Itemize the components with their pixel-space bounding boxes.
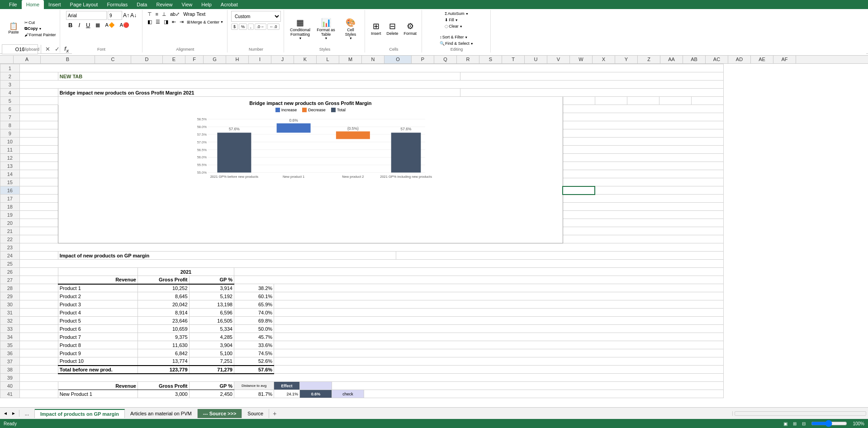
row-num-9[interactable]: 9: [0, 129, 20, 138]
cell-c32[interactable]: 23,646: [138, 317, 189, 325]
increase-indent-button[interactable]: ⇥: [178, 19, 185, 25]
copy-button[interactable]: ⧉ Copy ▼: [24, 26, 57, 32]
row-num-41[interactable]: 41: [0, 390, 20, 398]
cell-d31[interactable]: 6,596: [189, 309, 234, 317]
row-num-19[interactable]: 19: [0, 211, 20, 219]
cell-c28[interactable]: 10,252: [138, 284, 189, 292]
decrease-decimal-button[interactable]: .0→: [255, 24, 267, 30]
sort-filter-button[interactable]: ↕ Sort & Filter ▼: [439, 34, 469, 40]
sheet-tab-arrow[interactable]: --- Source >>>: [198, 409, 242, 418]
orientation-button[interactable]: ab⤢: [169, 11, 181, 18]
cell-c36[interactable]: 6,842: [138, 349, 189, 357]
cell-d32[interactable]: 16,505: [189, 317, 234, 325]
align-top-button[interactable]: ⊤: [146, 11, 153, 18]
accounting-format-button[interactable]: $: [231, 24, 238, 30]
cell-e34[interactable]: 45.7%: [234, 333, 274, 341]
align-bottom-button[interactable]: ⊥: [161, 11, 168, 18]
view-layout-button[interactable]: ⊞: [793, 421, 797, 426]
cell-b30[interactable]: Product 3: [58, 300, 138, 309]
increase-font-button[interactable]: A↑: [123, 12, 129, 19]
col-header-k[interactable]: K: [294, 56, 317, 63]
align-center-button[interactable]: ☰: [154, 19, 161, 25]
cell-b38[interactable]: Total before new prod.: [58, 366, 138, 374]
cell-d35[interactable]: 3,904: [189, 341, 234, 349]
col-header-l[interactable]: L: [317, 56, 339, 63]
italic-button[interactable]: I: [76, 21, 82, 29]
active-cell-o16[interactable]: [563, 186, 595, 195]
tab-view[interactable]: View: [177, 0, 197, 9]
tab-home[interactable]: Home: [22, 0, 44, 9]
cell-b37[interactable]: Product 10: [58, 357, 138, 366]
col-header-j[interactable]: J: [271, 56, 294, 63]
underline-button[interactable]: U: [84, 21, 92, 29]
bold-button[interactable]: B: [66, 21, 75, 29]
tab-acrobat[interactable]: Acrobat: [216, 0, 242, 9]
row-num-11[interactable]: 11: [0, 146, 20, 154]
col-header-t[interactable]: T: [502, 56, 525, 63]
row-num-36[interactable]: 36: [0, 349, 20, 357]
col-header-r[interactable]: R: [457, 56, 479, 63]
cell-b28[interactable]: Product 1: [58, 284, 138, 292]
row-num-22[interactable]: 22: [0, 235, 20, 243]
col-header-e[interactable]: E: [163, 56, 185, 63]
cell-b29[interactable]: Product 2: [58, 292, 138, 300]
cell-e31[interactable]: 74.0%: [234, 309, 274, 317]
cell-c31[interactable]: 8,914: [138, 309, 189, 317]
row-num-29[interactable]: 29: [0, 292, 20, 300]
row-num-3[interactable]: 3: [0, 81, 20, 89]
col-header-ab[interactable]: AB: [683, 56, 706, 63]
cell-d37[interactable]: 7,251: [189, 357, 234, 366]
cell-e28[interactable]: 38.2%: [234, 284, 274, 292]
cell-b32[interactable]: Product 5: [58, 317, 138, 325]
cell-e37[interactable]: 52.6%: [234, 357, 274, 366]
cell-b31[interactable]: Product 4: [58, 309, 138, 317]
format-as-table-button[interactable]: 📊 Format as Table ▼: [313, 16, 338, 41]
row-num-4[interactable]: 4: [0, 89, 20, 97]
row-num-18[interactable]: 18: [0, 203, 20, 211]
cell-b2[interactable]: NEW TAB: [58, 72, 460, 81]
insert-button[interactable]: ⊞ Insert: [369, 17, 384, 40]
row-num-6[interactable]: 6: [0, 105, 20, 113]
cell-e36[interactable]: 74.5%: [234, 349, 274, 357]
cell-a1[interactable]: [19, 64, 723, 72]
find-select-button[interactable]: 🔍 Find & Select ▼: [439, 41, 474, 46]
format-painter-button[interactable]: 🖌 Format Painter: [24, 32, 57, 38]
cell-d41[interactable]: 2,450: [189, 390, 234, 398]
col-header-ae[interactable]: AE: [751, 56, 773, 63]
cell-c35[interactable]: 11,630: [138, 341, 189, 349]
prev-sheet-button[interactable]: ◄: [2, 410, 9, 417]
col-header-aa[interactable]: AA: [660, 56, 683, 63]
row-num-27[interactable]: 27: [0, 276, 20, 284]
delete-button[interactable]: ⊟ Delete: [384, 17, 401, 40]
row-num-34[interactable]: 34: [0, 333, 20, 341]
chart-cell[interactable]: Bridge impact new products on Gross Prof…: [58, 97, 563, 243]
col-header-o[interactable]: O: [384, 56, 412, 63]
row-num-39[interactable]: 39: [0, 374, 20, 382]
cell-b36[interactable]: Product 9: [58, 349, 138, 357]
font-name-input[interactable]: [66, 11, 107, 20]
border-button[interactable]: ▦: [94, 21, 102, 29]
row-num-38[interactable]: 38: [0, 366, 20, 374]
cell-c26[interactable]: 2021: [138, 268, 234, 276]
row-num-23[interactable]: 23: [0, 243, 20, 252]
number-format-select[interactable]: Custom General Number Currency Percentag…: [231, 11, 281, 22]
sheet-tab-source[interactable]: Source: [242, 409, 269, 418]
add-sheet-button[interactable]: +: [269, 409, 280, 418]
sheet-tab-articles[interactable]: Articles an material on PVM: [125, 409, 198, 418]
col-header-q[interactable]: Q: [434, 56, 457, 63]
align-right-button[interactable]: ◨: [162, 19, 170, 25]
cell-styles-button[interactable]: 🎨 Cell Styles ▼: [339, 16, 362, 41]
sheet-tab-impact[interactable]: Impact of products on GP margin: [35, 409, 125, 418]
cell-d33[interactable]: 5,334: [189, 325, 234, 333]
row-num-14[interactable]: 14: [0, 170, 20, 178]
col-header-ad[interactable]: AD: [728, 56, 751, 63]
row-num-33[interactable]: 33: [0, 325, 20, 333]
cell-a2[interactable]: [19, 72, 58, 81]
percent-button[interactable]: %: [239, 24, 247, 30]
clear-button[interactable]: ◌ Clear ▼: [444, 24, 463, 29]
row-num-2[interactable]: 2: [0, 72, 20, 81]
view-pagebreak-button[interactable]: ⊟: [802, 421, 806, 426]
row-num-15[interactable]: 15: [0, 178, 20, 186]
sheet-tab-more[interactable]: ...: [19, 409, 35, 418]
fill-color-button[interactable]: A🔶: [103, 21, 116, 29]
